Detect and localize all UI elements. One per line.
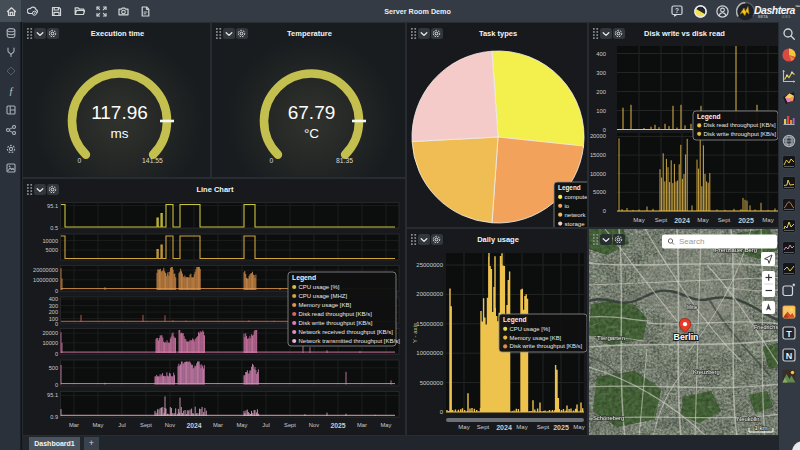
svg-text:0: 0 <box>440 409 444 415</box>
svg-text:f: f <box>10 86 14 96</box>
svg-text:Disk write throughput [KB/s]: Disk write throughput [KB/s] <box>299 320 373 326</box>
svg-text:Legend: Legend <box>503 316 526 324</box>
svg-text:May: May <box>458 424 469 430</box>
svg-text:T: T <box>786 329 792 339</box>
svg-text:15000000: 15000000 <box>416 321 443 327</box>
svg-text:N: N <box>786 350 793 360</box>
svg-text:500: 500 <box>49 365 58 371</box>
svg-text:0: 0 <box>55 382 58 388</box>
svg-text:compute: compute <box>565 194 589 200</box>
svg-text:2025: 2025 <box>330 422 345 429</box>
svg-text:300: 300 <box>49 303 58 309</box>
svg-text:Memory usage [KB]: Memory usage [KB] <box>510 335 562 341</box>
svg-text:Sept: Sept <box>655 217 668 223</box>
svg-text:io: io <box>565 203 570 209</box>
svg-text:Mar: Mar <box>357 422 367 428</box>
svg-text:1 km: 1 km <box>754 425 767 431</box>
svg-text:67.79: 67.79 <box>288 102 336 123</box>
svg-text:Network received throughput [K: Network received throughput [KB/s] <box>299 329 394 335</box>
svg-text:Network transmitted throughput: Network transmitted throughput [KB/s] <box>299 338 401 344</box>
svg-text:2024: 2024 <box>674 217 690 224</box>
svg-text:10000000: 10000000 <box>416 350 443 356</box>
svg-text:95.1: 95.1 <box>47 392 58 398</box>
svg-text:storage: storage <box>565 221 586 227</box>
svg-text:100: 100 <box>596 108 606 114</box>
svg-text:2024: 2024 <box>496 424 512 431</box>
svg-text:10000000: 10000000 <box>33 277 58 283</box>
svg-text:CPU usage [%]: CPU usage [%] <box>299 284 340 290</box>
svg-text:0.5: 0.5 <box>50 225 58 231</box>
svg-text:0.9: 0.9 <box>50 414 58 420</box>
svg-text:CPU usage [MHZ]: CPU usage [MHZ] <box>299 293 348 299</box>
svg-text:200: 200 <box>596 89 606 95</box>
svg-text:Jul: Jul <box>262 422 269 428</box>
svg-text:May: May <box>381 422 392 428</box>
svg-text:5000: 5000 <box>46 247 58 253</box>
svg-text:Schöneberg: Schöneberg <box>593 415 624 421</box>
svg-text:May: May <box>516 424 527 430</box>
svg-text:400: 400 <box>596 51 606 57</box>
svg-text:0: 0 <box>270 157 274 164</box>
svg-text:Mitte: Mitte <box>687 305 698 310</box>
svg-text:May: May <box>573 424 584 430</box>
svg-text:5000000: 5000000 <box>420 380 444 386</box>
svg-text:Sept: Sept <box>718 217 731 223</box>
svg-text:Disk write throughput [KB/s]: Disk write throughput [KB/s] <box>704 131 777 137</box>
svg-text:Nov: Nov <box>309 422 319 428</box>
svg-text:network: network <box>565 212 587 218</box>
svg-text:0: 0 <box>603 208 606 214</box>
svg-text:5000: 5000 <box>593 189 606 195</box>
svg-text:2024: 2024 <box>186 422 201 429</box>
svg-text:Y - axis: Y - axis <box>412 323 418 343</box>
svg-text:Disk read throughput [KB/s]: Disk read throughput [KB/s] <box>299 311 373 317</box>
svg-text:10000: 10000 <box>590 171 606 177</box>
svg-text:Friedrichshain: Friedrichshain <box>754 324 779 330</box>
svg-text:May: May <box>93 422 104 428</box>
svg-text:Legend: Legend <box>697 113 720 121</box>
svg-text:117.96: 117.96 <box>91 102 148 123</box>
svg-text:200: 200 <box>49 309 58 315</box>
svg-text:0: 0 <box>55 351 58 357</box>
svg-text:20000000: 20000000 <box>416 291 443 297</box>
svg-text:0: 0 <box>603 127 606 133</box>
svg-text:ms: ms <box>111 126 129 141</box>
svg-text:20000000: 20000000 <box>33 267 58 273</box>
svg-text:May: May <box>762 217 773 223</box>
svg-text:CPU usage [%]: CPU usage [%] <box>510 326 551 332</box>
svg-text:Legend: Legend <box>292 274 316 282</box>
svg-text:0: 0 <box>55 288 58 294</box>
svg-text:Sept: Sept <box>140 422 152 428</box>
svg-text:0: 0 <box>55 321 58 327</box>
svg-text:Tiergarten: Tiergarten <box>597 334 626 341</box>
svg-text:20000: 20000 <box>42 330 58 336</box>
svg-text:20000: 20000 <box>590 133 606 139</box>
svg-text:Legend: Legend <box>558 184 581 192</box>
svg-text:Sept: Sept <box>477 424 490 430</box>
svg-text:May: May <box>633 217 644 223</box>
svg-text:Berlin: Berlin <box>674 332 699 342</box>
svg-text:Memory usage [KB]: Memory usage [KB] <box>299 302 352 308</box>
svg-text:?: ? <box>675 7 679 14</box>
svg-text:Kreuzberg: Kreuzberg <box>693 369 720 375</box>
svg-text:10000: 10000 <box>42 238 58 244</box>
svg-text:Neukölln: Neukölln <box>737 416 760 422</box>
svg-text:0: 0 <box>78 157 82 164</box>
svg-text:300: 300 <box>596 70 606 76</box>
svg-text:Disk read throughput [KB/s]: Disk read throughput [KB/s] <box>704 122 776 128</box>
svg-text:81.35: 81.35 <box>336 157 353 164</box>
svg-text:141.55: 141.55 <box>142 157 163 164</box>
svg-text:°C: °C <box>304 126 319 141</box>
svg-text:25000000: 25000000 <box>416 262 443 268</box>
svg-text:15000: 15000 <box>590 152 606 158</box>
svg-text:May: May <box>697 217 708 223</box>
svg-text:Nov: Nov <box>165 422 175 428</box>
svg-text:95.1: 95.1 <box>47 203 58 209</box>
svg-text:Mar: Mar <box>69 422 79 428</box>
svg-text:May: May <box>237 422 248 428</box>
svg-text:Disk write throughput [KB/s]: Disk write throughput [KB/s] <box>510 343 583 349</box>
svg-text:2025: 2025 <box>553 424 569 431</box>
svg-text:2025: 2025 <box>738 217 754 224</box>
svg-text:400: 400 <box>49 296 58 302</box>
svg-text:Sept: Sept <box>284 422 296 428</box>
svg-text:Sept: Sept <box>537 424 550 430</box>
